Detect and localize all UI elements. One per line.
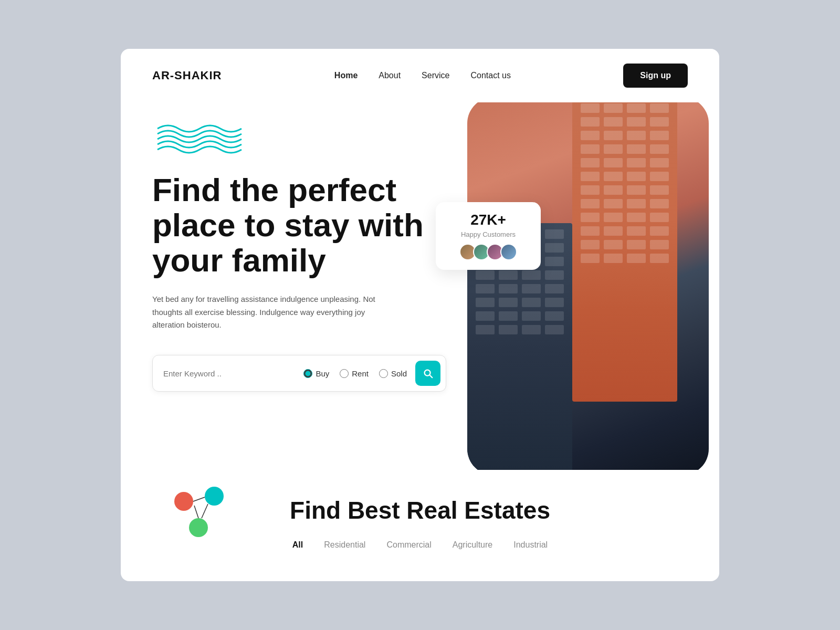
nav-about[interactable]: About	[379, 71, 401, 80]
bottom-section: Find Best Real Estates All Residential C…	[121, 470, 719, 581]
nav-service[interactable]: Service	[422, 71, 449, 80]
logo: AR-SHAKIR	[152, 69, 222, 82]
hero-section: Find the perfect place to stay with your…	[121, 102, 719, 470]
cat-residential[interactable]: Residential	[324, 540, 365, 550]
cat-commercial[interactable]: Commercial	[386, 540, 431, 550]
hero-title: Find the perfect place to stay with your…	[152, 173, 446, 278]
cat-all[interactable]: All	[292, 540, 303, 550]
svg-point-2	[189, 518, 208, 537]
radio-rent[interactable]: Rent	[340, 369, 369, 378]
svg-point-1	[205, 487, 224, 506]
cat-agriculture[interactable]: Agriculture	[453, 540, 492, 550]
molecule-decoration	[152, 475, 247, 545]
radio-buy[interactable]: Buy	[303, 369, 329, 378]
svg-line-4	[194, 506, 198, 518]
header: AR-SHAKIR Home About Service Contact us …	[121, 49, 719, 102]
search-bar: Buy Rent Sold	[152, 355, 446, 392]
search-button[interactable]	[415, 361, 440, 386]
cat-industrial[interactable]: Industrial	[513, 540, 548, 550]
signup-button[interactable]: Sign up	[623, 64, 688, 88]
main-nav: Home About Service Contact us	[334, 71, 511, 80]
nav-contact[interactable]: Contact us	[470, 71, 510, 80]
search-input[interactable]	[163, 369, 295, 378]
nav-home[interactable]: Home	[334, 71, 358, 80]
svg-point-0	[174, 492, 193, 511]
svg-line-5	[202, 504, 208, 518]
radio-sold[interactable]: Sold	[379, 369, 407, 378]
search-icon	[422, 368, 434, 379]
page-container: AR-SHAKIR Home About Service Contact us …	[121, 49, 719, 581]
hero-left: Find the perfect place to stay with your…	[152, 113, 688, 438]
wave-decoration	[152, 123, 688, 157]
hero-description: Yet bed any for travelling assistance in…	[152, 293, 383, 332]
search-radio-group: Buy Rent Sold	[303, 369, 407, 378]
svg-line-3	[193, 497, 205, 501]
